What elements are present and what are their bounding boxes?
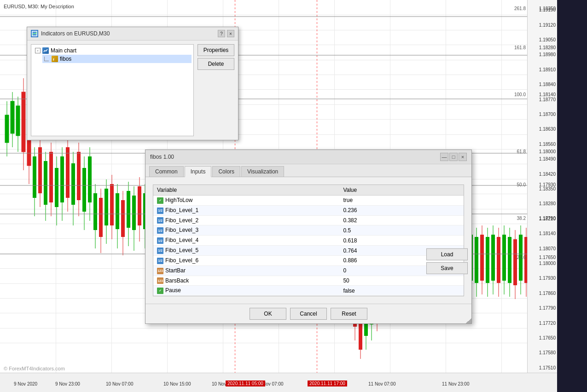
time-label-10nov7: 10 Nov 07:00: [106, 381, 134, 386]
int-icon: 123: [157, 268, 163, 274]
tree-fibos-item[interactable]: f fibos: [42, 55, 192, 63]
table-row[interactable]: 1/2Fibo_Level_60.886: [153, 255, 464, 265]
svg-rect-29: [82, 168, 86, 212]
tab-colors[interactable]: Colors: [212, 166, 240, 177]
value-cell[interactable]: 0.382: [339, 215, 464, 225]
svg-rect-5: [16, 106, 20, 136]
tree-indicator-row[interactable]: f fibos: [42, 55, 192, 63]
svg-rect-31: [88, 156, 92, 202]
properties-close-btn[interactable]: ×: [459, 153, 467, 161]
value-cell[interactable]: 50: [339, 276, 464, 286]
table-row[interactable]: 123BarsBack50: [153, 276, 464, 286]
tab-inputs[interactable]: Inputs: [185, 166, 212, 177]
resize-handle[interactable]: [466, 318, 471, 323]
value-cell[interactable]: true: [339, 196, 464, 206]
svg-rect-33: [93, 193, 97, 230]
indicators-dialog-controls: ? ×: [218, 30, 234, 37]
time-highlight-2: 2020.11.11 17:00: [308, 380, 347, 386]
properties-title: fibos 1.00: [150, 154, 174, 160]
price-label: 1.17930: [539, 276, 556, 281]
value-cell[interactable]: false: [339, 286, 464, 296]
fib-label-50: 50.0: [517, 182, 526, 187]
properties-content: Variable Value ✓HighToLowtrue1/2Fibo_Lev…: [145, 177, 471, 304]
svg-rect-17: [49, 152, 53, 202]
svg-rect-15: [44, 161, 47, 205]
properties-maximize-btn[interactable]: □: [449, 153, 458, 161]
value-cell[interactable]: 0.618: [339, 236, 464, 246]
svg-text:f: f: [53, 58, 54, 61]
table-row[interactable]: 1/2Fibo_Level_30.5: [153, 225, 464, 236]
load-button[interactable]: Load: [426, 248, 468, 260]
svg-rect-23: [66, 147, 70, 198]
properties-button[interactable]: Properties: [198, 44, 234, 56]
properties-titlebar: fibos 1.00 — □ ×: [145, 150, 471, 164]
time-label-9nov23: 9 Nov 23:00: [55, 381, 80, 386]
bottom-bar: OK Cancel Reset: [145, 304, 471, 323]
tree-fibos-label: fibos: [60, 56, 71, 62]
price-label: 1.18840: [539, 82, 556, 87]
svg-rect-43: [121, 200, 125, 237]
price-label: 1.18280: [539, 201, 556, 206]
variable-name: Fibo_Level_6: [165, 257, 198, 264]
double-icon: 1/2: [157, 258, 163, 264]
table-row[interactable]: 1/2Fibo_Level_10.236: [153, 205, 464, 215]
ok-button[interactable]: OK: [250, 308, 286, 320]
fib-label-618: 61.8: [517, 149, 526, 154]
svg-rect-3: [11, 101, 14, 133]
price-label: 1.17790: [539, 306, 556, 311]
svg-rect-45: [127, 191, 130, 228]
table-row[interactable]: 1/2Fibo_Level_40.618: [153, 236, 464, 246]
variable-name: Fibo_Level_5: [165, 247, 198, 254]
svg-rect-175: [486, 237, 489, 283]
variables-table-container: Variable Value ✓HighToLowtrue1/2Fibo_Lev…: [153, 184, 464, 296]
svg-rect-49: [138, 186, 141, 225]
tree-main-chart-label: Main chart: [51, 47, 76, 54]
variable-cell: 123BarsBack: [153, 276, 339, 286]
table-row[interactable]: ✓HighToLowtrue: [153, 196, 464, 206]
price-label: 1.18420: [539, 172, 556, 177]
tree-expand-icon[interactable]: -: [35, 48, 41, 53]
table-row[interactable]: 123StartBar0: [153, 265, 464, 276]
tree-chart-icon: [42, 47, 49, 54]
price-label: 1.17580: [539, 350, 556, 355]
table-row[interactable]: 1/2Fibo_Level_20.382: [153, 215, 464, 225]
svg-rect-47: [132, 196, 136, 230]
tree-indicator-icon: f: [52, 56, 58, 62]
variable-cell: 1/2Fibo_Level_2: [153, 215, 339, 225]
double-icon: 1/2: [157, 227, 163, 234]
svg-rect-183: [508, 237, 511, 283]
table-row[interactable]: 1/2Fibo_Level_50.764: [153, 246, 464, 256]
properties-title-controls: — □ ×: [440, 153, 467, 161]
price-label: 1.17650: [539, 335, 556, 340]
table-row[interactable]: ✓Pausefalse: [153, 286, 464, 296]
svg-rect-181: [502, 235, 506, 281]
indicators-close-button[interactable]: ×: [227, 30, 234, 37]
variable-name: Fibo_Level_3: [165, 227, 198, 233]
svg-rect-19: [55, 168, 58, 207]
price-label: 1.18490: [539, 156, 556, 161]
variable-name: Fibo_Level_1: [165, 207, 198, 213]
value-cell[interactable]: 0.236: [339, 205, 464, 215]
tab-visualization[interactable]: Visualization: [241, 166, 284, 177]
variable-cell: ✓HighToLow: [153, 196, 339, 206]
int-icon: 123: [157, 277, 163, 284]
save-button[interactable]: Save: [426, 262, 468, 274]
time-label-nov7: Nov 07:00: [262, 381, 284, 386]
price-label: 1.18700: [539, 112, 556, 117]
properties-minimize-btn[interactable]: —: [440, 153, 448, 161]
price-label: 1.18070: [539, 246, 556, 251]
tab-common[interactable]: Common: [149, 166, 184, 177]
side-buttons: Load Save: [426, 248, 468, 274]
tree-main-chart[interactable]: - Main chart: [33, 46, 192, 55]
indicators-help-button[interactable]: ?: [218, 30, 225, 37]
variable-cell: 1/2Fibo_Level_4: [153, 236, 339, 246]
value-cell[interactable]: 0.5: [339, 225, 464, 236]
indicators-dialog-title: Indicators on EURUSD,M30: [31, 30, 110, 37]
svg-rect-171: [475, 237, 478, 283]
indicators-dialog-titlebar: Indicators on EURUSD,M30 ? ×: [27, 27, 238, 40]
delete-button[interactable]: Delete: [198, 58, 234, 70]
cancel-button[interactable]: Cancel: [290, 308, 327, 320]
variable-cell: 1/2Fibo_Level_3: [153, 225, 339, 236]
reset-button[interactable]: Reset: [331, 308, 367, 320]
fib-label-382: 38.2: [517, 216, 526, 221]
